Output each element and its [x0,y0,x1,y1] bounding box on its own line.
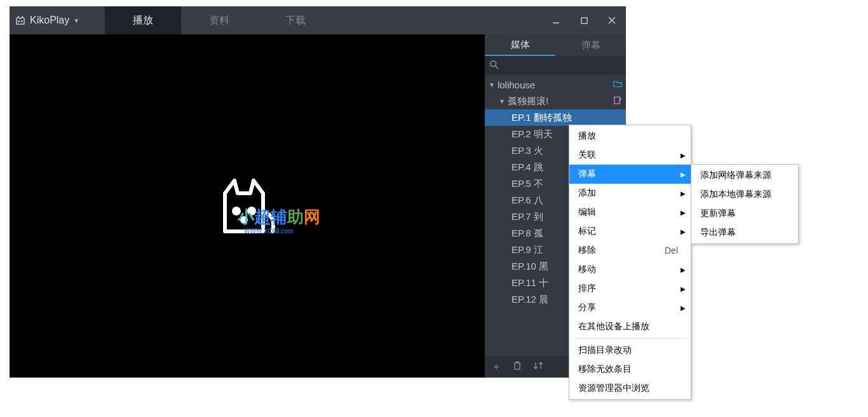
delete-icon[interactable] [513,360,522,373]
chevron-right-icon: ▶ [681,209,686,216]
ctx-remove-invalid[interactable]: 移除无效条目 [569,360,691,379]
episode-label: EP.4 跳 [512,161,543,174]
tree-folder-root[interactable]: ▼ lolihouse [485,76,626,93]
tab-play[interactable]: 播放 [105,6,181,34]
sort-icon[interactable] [533,361,543,373]
chevron-right-icon: ▶ [681,152,686,159]
folder-action-icon[interactable] [613,79,622,90]
ctx-danmu[interactable]: 弹幕▶ [569,165,691,184]
app-logo: 小超辅助网 WWW.XC68.com [212,174,282,238]
watermark-url: WWW.XC68.com [244,228,293,235]
context-menu: 播放 关联▶ 弹幕▶ 添加▶ 编辑▶ 标记▶ 移除Del 移动▶ 排序▶ 分享▶… [569,125,691,400]
minimize-button[interactable] [542,6,570,34]
ctx-add[interactable]: 添加▶ [569,184,691,203]
chevron-right-icon: ▶ [681,228,686,235]
tab-download[interactable]: 下载 [257,6,334,34]
chevron-right-icon: ▶ [681,266,686,273]
episode-label: EP.12 晨 [512,294,548,306]
ctx-move[interactable]: 移动▶ [569,260,691,279]
maximize-button[interactable] [570,6,598,34]
chevron-right-icon: ▶ [681,304,686,311]
context-submenu-danmu: 添加网络弹幕来源 添加本地弹幕来源 更新弹幕 导出弹幕 [691,164,799,244]
svg-point-0 [18,21,20,22]
title-dropdown-icon[interactable]: ▼ [73,17,79,24]
folder-edit-icon[interactable] [613,96,622,107]
ctx-edit[interactable]: 编辑▶ [569,203,691,222]
content-area: 小超辅助网 WWW.XC68.com 媒体 弹幕 ▼ lolihouse [10,34,626,378]
expand-icon: ▼ [499,98,505,105]
side-tabs: 媒体 弹幕 [485,34,626,56]
tree-episode[interactable]: EP.1 翻转孤独 [485,109,626,126]
episode-label: EP.3 火 [512,145,543,157]
ctx-sort[interactable]: 排序▶ [569,279,691,298]
chevron-right-icon: ▶ [681,171,686,178]
chevron-right-icon: ▶ [681,190,686,197]
search-bar[interactable] [485,56,626,75]
close-button[interactable] [598,6,626,34]
tab-info[interactable]: 资料 [181,6,257,34]
app-window: KikoPlay ▼ 播放 资料 下载 [10,6,626,378]
ctx-add-local-danmu[interactable]: 添加本地弹幕来源 [691,185,798,204]
add-icon[interactable]: ＋ [491,360,501,374]
side-tab-media[interactable]: 媒体 [485,34,555,56]
chevron-right-icon: ▶ [681,285,686,292]
ctx-browse[interactable]: 资源管理器中浏览 [569,379,691,398]
episode-label: EP.11 十 [512,277,548,289]
episode-label: EP.9 江 [512,244,543,256]
episode-label: EP.6 八 [512,195,543,207]
titlebar: KikoPlay ▼ 播放 资料 下载 [10,6,626,34]
ctx-mark[interactable]: 标记▶ [569,222,691,241]
ctx-share[interactable]: 分享▶ [569,298,691,317]
ctx-scan[interactable]: 扫描目录改动 [569,341,691,360]
episode-label: EP.5 不 [512,178,543,190]
tree-label: lolihouse [498,79,535,90]
tree-folder-series[interactable]: ▼ 孤独摇滚! [485,93,626,109]
ctx-associate[interactable]: 关联▶ [569,146,691,165]
ctx-update-danmu[interactable]: 更新弹幕 [691,204,798,223]
svg-point-1 [22,21,23,22]
episode-label: EP.2 明天 [512,128,553,140]
svg-point-9 [491,60,496,66]
episode-label: EP.7 到 [512,211,543,223]
tree-label: 孤独摇滚! [508,95,548,107]
video-area: 小超辅助网 WWW.XC68.com [10,34,485,378]
ctx-play-other[interactable]: 在其他设备上播放 [569,317,691,336]
episode-label: EP.10 黑 [512,261,548,273]
search-icon [490,60,499,71]
episode-label: EP.1 翻转孤独 [512,112,572,124]
side-tab-danmu[interactable]: 弹幕 [555,34,626,56]
svg-line-10 [496,65,498,68]
ctx-remove[interactable]: 移除Del [569,241,691,260]
menu-separator [574,338,686,339]
ctx-add-net-danmu[interactable]: 添加网络弹幕来源 [691,166,798,185]
top-tabs: 播放 资料 下载 [105,6,334,34]
episode-label: EP.8 孤 [512,228,543,240]
ctx-export-danmu[interactable]: 导出弹幕 [691,223,798,242]
window-controls [542,6,626,34]
app-icon [15,15,26,26]
ctx-play[interactable]: 播放 [569,126,691,146]
svg-rect-3 [581,17,587,23]
watermark: 小超辅助网 [238,206,320,228]
expand-icon: ▼ [489,81,495,88]
app-title: KikoPlay [30,15,69,26]
